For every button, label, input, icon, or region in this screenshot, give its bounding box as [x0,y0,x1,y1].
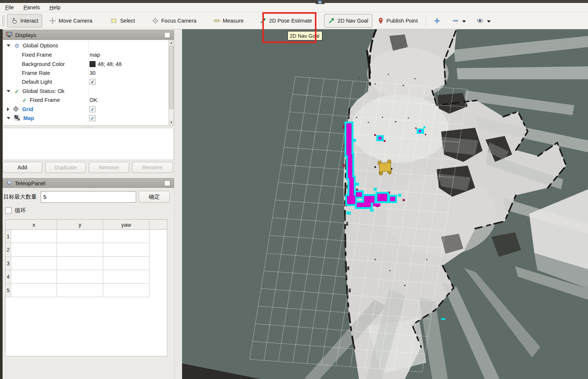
select-tool-button[interactable]: Select [107,14,139,27]
menu-help[interactable]: Help [50,4,61,10]
focus-camera-tool-button[interactable]: Focus Camera [148,14,201,27]
tree-scrollbar[interactable]: ▲ ▼ [168,40,174,125]
map-display-icon [14,115,20,122]
row-header-4: 4 [6,270,11,284]
expander-down-icon[interactable] [7,117,10,119]
loop-checkbox[interactable] [5,207,11,214]
tree-row-fixed-frame[interactable]: Fixed Frame map [3,50,168,59]
menu-bar: File Panels Help [0,3,588,12]
teleop-panel-header[interactable]: TeleopPanel [3,178,174,188]
expander-down-icon[interactable] [7,44,10,47]
duplicate-display-button[interactable]: Duplicate [45,162,86,173]
table-cell[interactable] [57,230,103,243]
table-cell[interactable] [57,257,103,270]
move-arrows-icon [49,17,56,24]
table-cell[interactable] [103,243,149,257]
status-ok-check-icon: ✓ [14,89,19,94]
row-header-2: 2 [6,243,11,257]
display-detail-box [3,128,174,160]
confirm-button[interactable]: 确定 [139,191,170,203]
window-top-strip [0,0,588,3]
visibility-tool-button[interactable] [472,14,495,27]
row-header-1: 1 [6,230,11,243]
column-header-yaw: yaw [103,220,149,229]
chevron-down-icon[interactable] [487,20,491,23]
displays-float-button[interactable] [164,32,170,38]
chevron-down-icon[interactable] [462,20,466,23]
table-cell[interactable] [11,243,57,257]
crosshair-icon [152,17,159,24]
toolbar-separator [426,15,426,26]
table-cell[interactable] [57,270,103,284]
titlebar-app-icon [318,1,322,4]
tree-row-global-status[interactable]: ✓ Global Status: Ok [3,87,168,96]
tree-row-map-status-clipped[interactable]: ✓ Status: Ok [3,123,168,126]
expander-down-icon[interactable] [7,90,10,92]
table-cell[interactable] [11,270,57,284]
table-cell[interactable] [103,284,149,297]
annotation-highlight-box [262,12,316,43]
toolbar-drag-handle[interactable] [2,15,5,26]
side-panel: Displays ⚙ Global Options Fixed Frame ma… [3,29,174,379]
tree-row-map[interactable]: Map ✓ [3,114,168,123]
table-cell[interactable] [103,230,149,243]
tree-row-fixed-frame-status[interactable]: ✓ Fixed Frame OK [3,96,168,104]
column-header-y: y [57,220,103,229]
table-cell[interactable] [11,284,57,297]
fixed-frame-status-value: OK [90,97,97,103]
teleop-panel-title: TeleopPanel [15,180,46,186]
rename-display-button[interactable]: Rename [132,162,173,173]
occupancy-map-render [182,29,588,379]
table-cell[interactable] [103,257,149,270]
displays-tree[interactable]: ⚙ Global Options Fixed Frame map Backgro… [3,40,174,126]
teleop-diamond-icon [6,180,12,187]
grid-enabled-checkbox[interactable]: ✓ [90,106,95,112]
table-cell[interactable] [11,230,57,243]
row-header-3: 3 [6,257,11,270]
expander-right-icon[interactable] [7,107,9,111]
laser-point [374,166,376,168]
teleop-panel-body: 目标最大数量 确定 循环 x y yaw 1 2 3 [3,188,174,379]
menu-panels[interactable]: Panels [23,4,40,10]
publish-point-tool-button[interactable]: Publish Point [374,14,422,27]
tree-row-default-light[interactable]: Default Light ✓ [3,77,168,86]
hand-cursor-icon [11,17,18,24]
tree-row-frame-rate[interactable]: Frame Rate 30 [3,69,168,77]
table-cell[interactable] [103,270,149,284]
background-color-value[interactable]: 48; 48; 48 [98,61,122,67]
remove-display-button[interactable]: Remove [89,162,129,173]
measure-tool-button[interactable]: Measure [209,14,248,27]
tree-row-global-options[interactable]: ⚙ Global Options [3,41,168,50]
tree-row-grid[interactable]: Grid ✓ [3,105,168,114]
panel-viewport-splitter[interactable] [174,29,182,379]
scrollbar-thumb[interactable] [169,46,174,109]
scroll-down-button[interactable]: ▼ [169,120,174,125]
interact-tool-button[interactable]: Interact [7,14,42,27]
move-camera-tool-button[interactable]: Move Camera [45,14,96,27]
max-goal-input[interactable] [41,191,136,203]
render-viewport-3d[interactable] [182,29,588,379]
nav-goal-tool-button[interactable]: 2D Nav Goal [324,14,372,27]
remove-tool-button[interactable] [448,14,470,27]
add-display-button[interactable]: Add [3,162,42,173]
tree-row-background-color[interactable]: Background Color 48; 48; 48 [3,60,168,69]
fixed-frame-value[interactable]: map [90,52,100,58]
loop-label: 循环 [15,207,26,214]
panel-splitter-handle[interactable] [83,126,94,127]
table-cell[interactable] [57,284,103,297]
table-cell[interactable] [11,257,57,270]
scroll-up-button[interactable]: ▲ [169,40,174,46]
table-cell[interactable] [57,243,103,257]
green-arrow-icon [328,17,335,24]
menu-file[interactable]: File [5,4,14,10]
default-light-checkbox[interactable]: ✓ [90,79,95,85]
displays-panel-header[interactable]: Displays [3,30,174,40]
add-tool-button[interactable] [430,14,444,27]
ruler-icon [214,17,220,24]
displays-monitor-icon [6,31,12,39]
max-goal-label: 目标最大数量 [3,193,37,200]
map-enabled-checkbox[interactable]: ✓ [90,115,95,121]
teleop-float-button[interactable] [164,180,170,186]
frame-rate-value[interactable]: 30 [90,70,95,76]
color-swatch[interactable] [90,61,95,67]
